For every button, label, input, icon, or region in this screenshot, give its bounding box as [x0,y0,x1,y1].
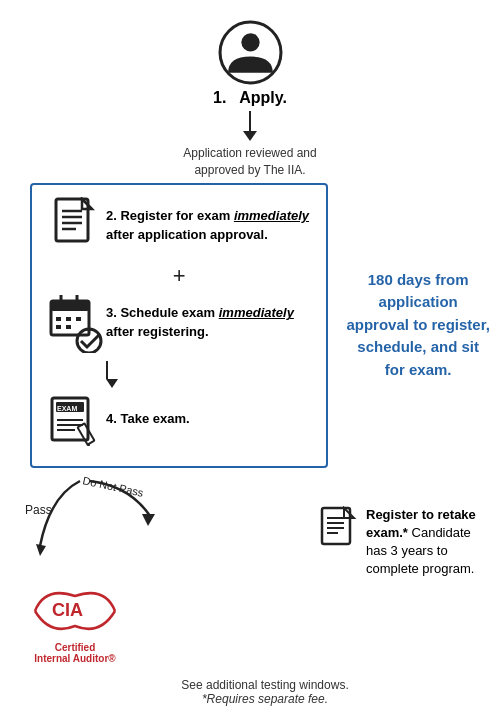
svg-point-0 [220,22,281,83]
step3-row: 3. Schedule exam immediately after regis… [46,293,312,353]
arrow-down-1 [10,111,490,141]
svg-rect-8 [51,301,89,311]
svg-marker-26 [142,514,155,526]
days-note: 180 days from application approval to re… [346,269,490,382]
step1-area: 1. Apply. [10,20,490,107]
svg-rect-30 [322,508,350,544]
footer-line1: See additional testing windows. [30,678,500,692]
step1-label: 1. Apply. [213,89,287,107]
svg-rect-14 [56,325,61,329]
bottom-section: Pass Do Not Pass CIA Certified Internal … [20,476,490,707]
person-icon [218,20,283,85]
application-note: Application reviewed and approved by The… [10,145,490,179]
step2-row: 2. Register for exam immediately after a… [46,197,312,255]
retake-area: Register to retake exam.* Candidate has … [320,506,490,579]
step4-row: EXAM 4. Take exam. [46,392,312,446]
pass-cia-row: Pass Do Not Pass CIA Certified Internal … [20,476,490,579]
step3-text: 3. Schedule exam immediately after regis… [106,304,312,340]
cia-logo-area: CIA Certified Internal Auditor® [30,576,120,664]
step2-icon [46,197,106,255]
svg-marker-25 [36,544,46,556]
svg-text:Do Not Pass: Do Not Pass [82,476,145,499]
svg-text:Pass: Pass [25,503,52,517]
svg-rect-12 [66,317,71,321]
svg-point-1 [241,33,259,51]
blue-box: 2. Register for exam immediately after a… [30,183,328,468]
step2-text: 2. Register for exam immediately after a… [106,207,312,243]
footer-line2: *Requires separate fee. [30,692,500,706]
svg-text:EXAM: EXAM [57,405,77,412]
svg-rect-13 [76,317,81,321]
retake-text: Register to retake exam.* Candidate has … [366,506,490,579]
step3-icon [46,293,106,353]
step4-text: 4. Take exam. [106,410,312,428]
arrows-area: Pass Do Not Pass [20,476,180,576]
svg-rect-11 [56,317,61,321]
main-content-row: 2. Register for exam immediately after a… [20,183,490,468]
inner-arrow [76,361,312,388]
svg-text:CIA: CIA [52,600,83,620]
step4-icon: EXAM [46,392,106,446]
svg-rect-15 [66,325,71,329]
page-container: 1. Apply. Application reviewed and appro… [0,0,500,725]
footer-area: See additional testing windows. *Require… [30,678,500,706]
plus-symbol: + [46,263,312,289]
